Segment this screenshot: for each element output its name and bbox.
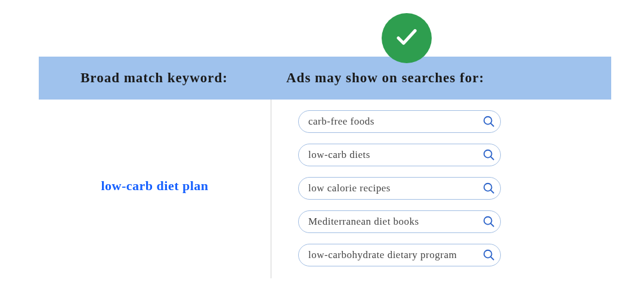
broad-match-keyword: low-carb diet plan: [101, 178, 208, 194]
keyword-cell: low-carb diet plan: [39, 100, 271, 278]
svg-point-6: [484, 217, 492, 225]
search-term: low calorie recipes: [308, 182, 482, 194]
check-icon: [394, 24, 419, 52]
svg-line-3: [491, 157, 494, 160]
body-row: low-carb diet plan carb-free foods low-c…: [39, 100, 611, 278]
search-term: low-carb diets: [308, 149, 482, 161]
search-icon: [482, 249, 496, 262]
svg-line-7: [491, 224, 494, 227]
search-pill: low calorie recipes: [298, 177, 501, 200]
header-keyword-label: Broad match keyword:: [39, 57, 271, 100]
svg-point-4: [484, 184, 492, 191]
svg-line-9: [491, 257, 494, 260]
search-icon: [482, 215, 496, 228]
search-pill: low-carb diets: [298, 144, 501, 166]
search-icon: [482, 182, 496, 195]
search-pill: carb-free foods: [298, 110, 501, 133]
header-right-text: Ads may show on searches for:: [286, 70, 484, 86]
search-term: carb-free foods: [308, 116, 482, 128]
header-row: Broad match keyword: Ads may show on sea…: [39, 57, 611, 100]
svg-point-2: [484, 150, 492, 158]
search-icon: [482, 115, 496, 128]
search-pill: low-carbohydrate dietary program: [298, 244, 501, 266]
search-icon: [482, 148, 496, 162]
search-term: low-carbohydrate dietary program: [308, 249, 482, 261]
header-searches-label: Ads may show on searches for:: [271, 57, 611, 100]
header-left-text: Broad match keyword:: [80, 70, 228, 86]
svg-line-5: [491, 190, 494, 194]
search-term: Mediterranean diet books: [308, 216, 482, 228]
svg-point-0: [484, 117, 492, 125]
diagram-container: Broad match keyword: Ads may show on sea…: [0, 0, 644, 298]
svg-point-8: [484, 250, 492, 258]
search-pill: Mediterranean diet books: [298, 210, 501, 233]
check-badge: [382, 13, 432, 63]
svg-line-1: [491, 123, 494, 127]
searches-list: carb-free foods low-carb diets: [271, 100, 611, 278]
